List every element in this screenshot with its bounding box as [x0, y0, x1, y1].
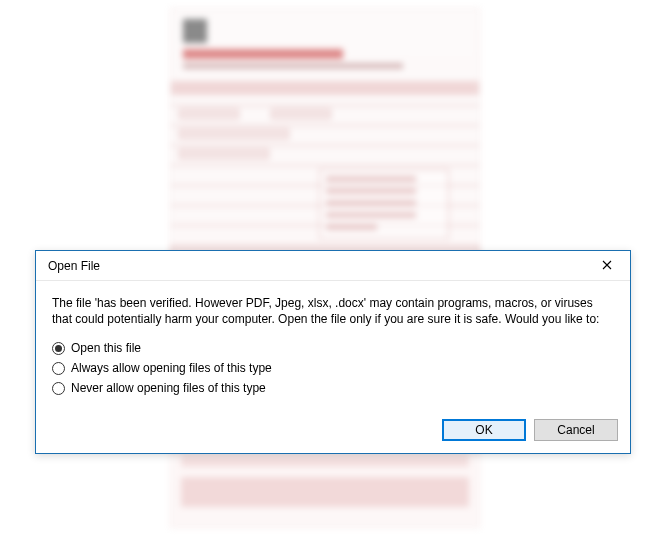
cancel-button[interactable]: Cancel	[534, 419, 618, 441]
radio-label: Never allow opening files of this type	[71, 381, 266, 395]
radio-option-never-allow[interactable]: Never allow opening files of this type	[52, 381, 614, 395]
radio-option-open[interactable]: Open this file	[52, 341, 614, 355]
dialog-title: Open File	[48, 259, 100, 273]
radio-option-always-allow[interactable]: Always allow opening files of this type	[52, 361, 614, 375]
close-button[interactable]	[592, 255, 622, 277]
open-file-dialog: Open File The file 'has been verified. H…	[35, 250, 631, 454]
ok-button[interactable]: OK	[442, 419, 526, 441]
radio-icon	[52, 382, 65, 395]
dialog-button-row: OK Cancel	[36, 413, 630, 453]
radio-icon	[52, 342, 65, 355]
radio-icon	[52, 362, 65, 375]
button-label: OK	[475, 423, 492, 437]
dialog-message: The file 'has been verified. However PDF…	[52, 295, 614, 327]
button-label: Cancel	[557, 423, 594, 437]
dialog-content: The file 'has been verified. However PDF…	[36, 281, 630, 413]
radio-label: Always allow opening files of this type	[71, 361, 272, 375]
dialog-titlebar: Open File	[36, 251, 630, 281]
radio-label: Open this file	[71, 341, 141, 355]
close-icon	[602, 259, 612, 273]
